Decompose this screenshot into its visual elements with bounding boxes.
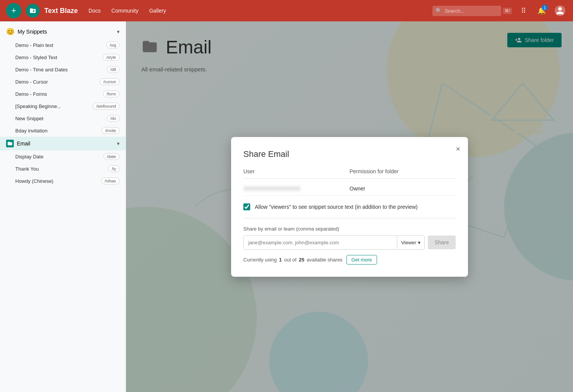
shortcut-tag: /sig: [106, 42, 120, 48]
count-total: 25: [299, 257, 304, 263]
get-more-button[interactable]: Get more: [346, 255, 377, 265]
viewer-dropdown[interactable]: Viewer ▾: [397, 237, 424, 248]
snippet-item-plain-text[interactable]: Demo - Plain text /sig: [0, 39, 126, 51]
modal-table-header: User Permission for folder: [243, 168, 456, 179]
search-wrapper: 🔍 ⌘/: [432, 6, 512, 16]
my-snippets-header[interactable]: 😊 My Snippets ▾: [0, 24, 126, 39]
folder-name: Email: [17, 140, 30, 147]
main-layout: 😊 My Snippets ▾ Demo - Plain text /sig D…: [0, 21, 573, 392]
viewer-label: Viewer: [401, 240, 416, 245]
my-snippets-label: My Snippets: [18, 29, 47, 35]
emoji-icon: 😊: [6, 27, 15, 36]
modal-divider: [243, 218, 456, 218]
search-input[interactable]: [432, 6, 501, 16]
allow-viewers-row: Allow "viewers" to see snippet source te…: [243, 203, 456, 210]
modal-user-row: Owner: [243, 182, 456, 196]
snippet-item-display-date[interactable]: Display Date /date: [0, 150, 126, 163]
user-email-blurred: [243, 186, 301, 191]
notifications-icon[interactable]: 🔔 1: [535, 4, 549, 18]
count-prefix: Currently using: [243, 257, 277, 263]
snippet-label: Demo - Time and Dates: [15, 67, 104, 73]
nav-docs[interactable]: Docs: [86, 6, 104, 15]
folder-icon: [6, 140, 14, 147]
snippet-label: Demo - Plain text: [15, 42, 103, 48]
add-folder-button[interactable]: [26, 4, 40, 18]
count-separator: out of: [284, 257, 297, 263]
share-input-wrapper: Viewer ▾: [243, 236, 425, 250]
modal-title: Share Email: [243, 149, 456, 159]
modal-close-button[interactable]: ×: [456, 145, 460, 153]
user-info: [243, 186, 350, 191]
account-icon[interactable]: [553, 4, 567, 18]
add-snippet-button[interactable]: +: [6, 3, 21, 18]
share-input-row: Viewer ▾ Share: [243, 236, 456, 250]
snippet-item-speaking[interactable]: [Speaking Beginne... /wellsound: [0, 100, 126, 112]
notification-badge: 1: [542, 5, 548, 11]
email-folder[interactable]: Email ▾: [0, 137, 126, 150]
shortcut-tag: /date: [104, 153, 120, 160]
snippet-item-howdy-chinese[interactable]: Howdy (Chinese) /nihao: [0, 175, 126, 187]
shortcut-tag: /invite: [102, 127, 120, 134]
snippet-item-new-snippet[interactable]: New Snippet /do: [0, 112, 126, 124]
snippet-label: Bday invitation: [15, 128, 99, 134]
shortcut-tag: /cursor: [100, 78, 120, 85]
shortcut-tag: /ty: [108, 165, 120, 172]
sidebar: 😊 My Snippets ▾ Demo - Plain text /sig D…: [0, 21, 126, 392]
count-suffix: available shares: [307, 257, 343, 263]
apps-icon[interactable]: ⠿: [516, 4, 530, 18]
col-permission-header: Permission for folder: [350, 168, 456, 174]
shortcut-tag: /do: [107, 115, 120, 122]
dropdown-arrow-icon: ▾: [418, 240, 421, 245]
user-permission: Owner: [350, 186, 456, 192]
nav-community[interactable]: Community: [108, 6, 142, 15]
share-email-input[interactable]: [244, 236, 397, 249]
top-navigation: + Text Blaze Docs Community Gallery 🔍 ⌘/…: [0, 0, 573, 21]
count-used: 1: [279, 257, 282, 263]
snippet-item-time-dates[interactable]: Demo - Time and Dates /d8: [0, 63, 126, 76]
snippet-label: Howdy (Chinese): [15, 178, 98, 184]
shortcut-tag: /nihao: [101, 177, 120, 184]
share-email-modal: Share Email × User Permission for folder…: [231, 137, 468, 277]
col-user-header: User: [243, 168, 350, 174]
snippet-label: Thank You: [15, 166, 105, 172]
snippet-item-thank-you[interactable]: Thank You /ty: [0, 163, 126, 175]
shortcut-tag: /d8: [107, 66, 120, 73]
share-by-email-label: Share by email or team (comma separated): [243, 226, 456, 232]
chevron-down-icon: ▾: [117, 29, 120, 35]
app-logo: Text Blaze: [44, 7, 78, 15]
shortcut-tag: /wellsound: [93, 103, 120, 110]
share-count-row: Currently using 1 out of 25 available sh…: [243, 255, 456, 265]
snippet-label: Demo - Styled Text: [15, 55, 100, 60]
shortcut-tag: /form: [103, 90, 120, 97]
snippet-label: Demo - Cursor: [15, 79, 97, 85]
nav-gallery[interactable]: Gallery: [146, 6, 169, 15]
search-shortcut: ⌘/: [503, 8, 512, 14]
main-content: Email All email-related snippets. Share …: [126, 21, 573, 392]
snippet-label: Demo - Forms: [15, 91, 100, 97]
allow-viewers-label: Allow "viewers" to see snippet source te…: [255, 204, 418, 210]
folder-chevron-icon: ▾: [117, 140, 120, 147]
snippet-label: [Speaking Beginne...: [15, 103, 90, 109]
share-button[interactable]: Share: [428, 236, 456, 249]
modal-overlay: Share Email × User Permission for folder…: [126, 21, 573, 392]
shortcut-tag: /style: [103, 54, 120, 61]
snippet-label: Display Date: [15, 154, 100, 160]
snippet-item-cursor[interactable]: Demo - Cursor /cursor: [0, 76, 126, 88]
snippet-item-forms[interactable]: Demo - Forms /form: [0, 88, 126, 100]
allow-viewers-checkbox[interactable]: [243, 203, 250, 210]
snippet-item-bday[interactable]: Bday invitation /invite: [0, 124, 126, 137]
snippet-item-styled-text[interactable]: Demo - Styled Text /style: [0, 51, 126, 63]
snippet-label: New Snippet: [15, 116, 104, 121]
